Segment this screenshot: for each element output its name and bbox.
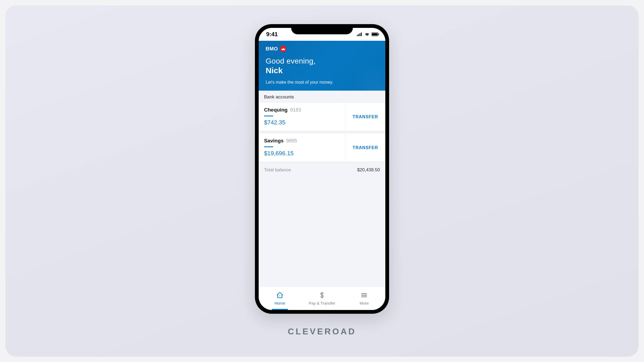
tab-pay-transfer[interactable]: Pay & Transfer (301, 287, 343, 310)
accent-divider (264, 116, 273, 116)
cellular-icon (357, 31, 363, 38)
tab-home[interactable]: Home (259, 287, 301, 310)
content-spacer (259, 176, 385, 286)
status-time: 9:41 (266, 31, 278, 38)
status-indicators (357, 31, 379, 38)
transfer-button[interactable]: TRANSFER (353, 114, 378, 119)
svg-rect-6 (378, 34, 379, 35)
brand-name: BMO (266, 46, 278, 52)
account-name: Chequing (264, 107, 288, 113)
account-info: Savings 9895 $19,696.15 (259, 134, 345, 162)
wifi-icon (364, 31, 370, 38)
presentation-card: 9:41 (5, 5, 639, 357)
svg-rect-2 (360, 33, 360, 36)
svg-rect-5 (372, 33, 378, 35)
account-balance: $19,696.15 (264, 150, 340, 157)
phone-screen: 9:41 (259, 28, 385, 310)
tab-more[interactable]: More (343, 287, 385, 310)
tab-label: More (360, 301, 369, 305)
tab-label: Home (275, 301, 285, 305)
account-card-savings[interactable]: Savings 9895 $19,696.15 TRANSFER (259, 133, 385, 162)
accounts-section-header: Bank accounts (259, 91, 385, 102)
tab-label: Pay & Transfer (309, 301, 335, 305)
total-balance-label: Total balance (264, 167, 291, 173)
battery-icon (371, 31, 379, 38)
dollar-icon (318, 291, 326, 300)
total-balance-value: $20,438.50 (357, 167, 380, 173)
account-action: TRANSFER (345, 134, 385, 162)
account-number: 9183 (290, 107, 301, 113)
hero-tagline: Let's make the most of your money. (266, 80, 378, 85)
brand-badge-icon (280, 46, 286, 52)
home-icon (276, 291, 284, 300)
account-number: 9895 (286, 138, 297, 144)
svg-rect-0 (357, 35, 358, 36)
account-name: Savings (264, 138, 284, 144)
svg-point-7 (279, 295, 280, 296)
presentation-caption: CLEVEROAD (288, 327, 356, 337)
phone-frame: 9:41 (255, 24, 389, 314)
svg-rect-3 (361, 32, 362, 36)
svg-rect-1 (358, 34, 359, 36)
brand-logo: BMO (266, 46, 378, 52)
menu-icon (360, 291, 368, 300)
accent-divider (264, 146, 273, 147)
bottom-tab-bar: Home Pay & Transfer (259, 286, 385, 310)
phone-notch (291, 24, 353, 34)
account-balance: $742.35 (264, 119, 340, 126)
account-action: TRANSFER (345, 103, 385, 131)
total-balance-row: Total balance $20,438.50 (259, 164, 385, 176)
hero-header: BMO Good evening, Nick Let's make the mo… (259, 41, 385, 91)
account-card-chequing[interactable]: Chequing 9183 $742.35 TRANSFER (259, 102, 385, 131)
transfer-button[interactable]: TRANSFER (353, 145, 378, 150)
account-info: Chequing 9183 $742.35 (259, 103, 345, 131)
